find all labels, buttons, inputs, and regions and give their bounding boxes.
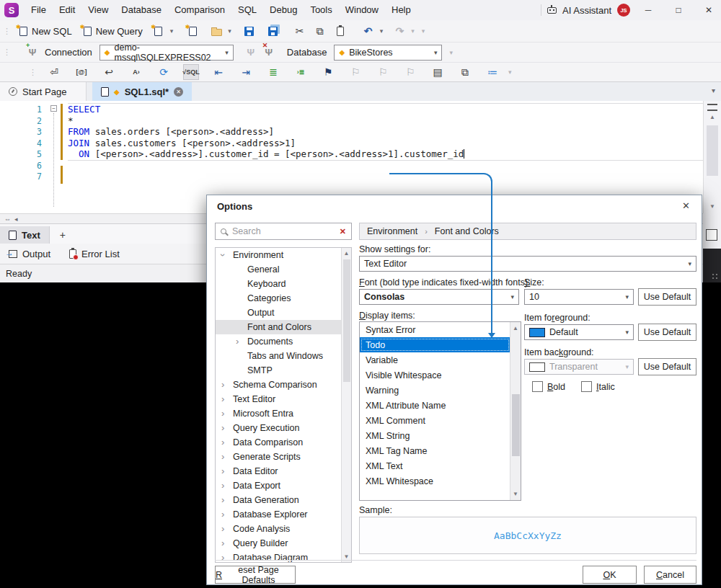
format-profile-icon[interactable]: ⏎ (46, 64, 62, 80)
display-item-xml-string[interactable]: XML String (360, 428, 510, 443)
tab-text[interactable]: Text (0, 226, 50, 244)
connection-overflow-dropdown[interactable]: ▾ (449, 49, 453, 56)
chevron-right-icon[interactable]: › (221, 439, 224, 446)
mention-icon[interactable]: [@] (74, 64, 89, 80)
scroll-up-icon[interactable]: ▲ (510, 325, 521, 331)
scroll-up-icon[interactable]: ▲ (704, 114, 721, 120)
splitter-handle[interactable]: ⇔ (0, 215, 14, 223)
foreground-use-default-button[interactable]: Use Default (638, 324, 696, 341)
panel-square-button[interactable] (706, 229, 717, 241)
new-query-button[interactable]: ✱ New Query (78, 26, 149, 37)
toolbar-grip[interactable]: ⋮ (0, 27, 14, 36)
chevron-right-icon[interactable]: › (221, 424, 224, 432)
tab-list-dropdown[interactable]: ▾ (712, 86, 715, 94)
menu-window[interactable]: Window (339, 0, 385, 20)
ai-assistant-label[interactable]: AI Assistant (562, 5, 611, 16)
scroll-up-icon[interactable]: ▲ (342, 250, 351, 257)
tree-item-data-generation[interactable]: ›Data Generation (216, 493, 342, 507)
item-foreground-select[interactable]: Default ▾ (524, 324, 634, 340)
copy-button[interactable]: ⧉ (312, 23, 328, 39)
chevron-right-icon[interactable]: › (221, 540, 224, 547)
chevron-right-icon[interactable]: › (221, 525, 224, 533)
font-use-default-button[interactable]: Use Default (638, 288, 696, 306)
toolbar-overflow-dropdown[interactable]: ▾ (422, 27, 425, 35)
scroll-down-icon[interactable]: ▼ (510, 491, 521, 497)
chevron-right-icon[interactable]: › (221, 511, 224, 518)
tree-item-microsoft-entra[interactable]: ›Microsoft Entra (216, 406, 342, 421)
options-search-input[interactable]: Search ✕ (215, 223, 352, 240)
display-item-visible-whitespace[interactable]: Visible Whitespace (360, 368, 510, 383)
clear-bookmarks-icon[interactable]: ⚐ (402, 64, 418, 80)
database-select[interactable]: ◆ BikeStores ▾ (334, 45, 442, 61)
disconnect-button[interactable]: Ψ✕ (263, 45, 275, 61)
profile-badge[interactable]: JS (617, 4, 630, 17)
tree-item-general[interactable]: General (216, 262, 342, 277)
chevron-right-icon[interactable]: › (221, 496, 224, 504)
resize-grip[interactable] (712, 273, 719, 280)
tree-item-data-comparison[interactable]: ›Data Comparison (216, 435, 342, 450)
redo-button[interactable]: ↷ (392, 23, 407, 39)
tree-item-code-analysis[interactable]: ›Code Analysis (216, 522, 342, 536)
menu-edit[interactable]: Edit (53, 0, 81, 20)
tree-item-environment[interactable]: ›Environment (216, 248, 342, 262)
italic-checkbox[interactable] (581, 381, 592, 392)
bold-checkbox[interactable] (532, 381, 543, 392)
display-item-todo[interactable]: Todo (360, 337, 510, 352)
tree-item-tabs-and-windows[interactable]: Tabs and Windows (216, 349, 342, 363)
display-item-variable[interactable]: Variable (360, 352, 510, 368)
scrollbar-thumb[interactable] (707, 125, 718, 176)
document-outline-icon[interactable]: ▤ (430, 64, 446, 80)
chevron-right-icon[interactable]: › (236, 338, 239, 345)
editor-vscrollbar[interactable]: ▲ ▼ (703, 101, 721, 213)
tree-item-query-builder[interactable]: ›Query Builder (216, 536, 342, 551)
output-button[interactable]: Output (9, 249, 50, 259)
size-select[interactable]: 10 ▾ (524, 289, 634, 305)
display-item-xml-attribute-name[interactable]: XML Attribute Name (360, 398, 510, 413)
tree-item-text-editor[interactable]: ›Text Editor (216, 392, 342, 406)
tree-item-font-and-colors[interactable]: Font and Colors (216, 320, 342, 334)
splitter-handle[interactable] (707, 104, 717, 111)
open-file-dropdown[interactable]: ▾ (228, 27, 231, 35)
redo-dropdown[interactable]: ▾ (411, 27, 415, 35)
scroll-down-icon[interactable]: ▼ (342, 553, 351, 560)
new-window-button[interactable]: ✱ (151, 23, 167, 39)
scrollbar-thumb[interactable] (512, 394, 520, 456)
decrease-indent-icon[interactable]: ⇤ (211, 64, 226, 80)
dialog-close-icon[interactable]: ✕ (682, 200, 690, 211)
validate-sql-icon[interactable]: √SQL (183, 64, 199, 80)
menu-database[interactable]: Database (115, 0, 168, 20)
menu-debug[interactable]: Debug (263, 0, 304, 20)
new-file-button[interactable]: ✱ (185, 23, 200, 39)
tab-close-icon[interactable]: ✕ (174, 87, 183, 97)
window-layout-icon[interactable]: ⧉ (457, 64, 473, 80)
menu-file[interactable]: File (25, 0, 53, 20)
tab-sql1[interactable]: ◆ SQL1.sql* ✕ (92, 82, 192, 101)
comment-lines-icon[interactable]: ›≣ (293, 64, 309, 80)
chevron-right-icon[interactable]: › (221, 396, 224, 403)
filter-icon[interactable]: ≔ (485, 64, 500, 80)
tree-item-query-execution[interactable]: ›Query Execution (216, 421, 342, 435)
minimize-button[interactable]: ─ (636, 0, 660, 20)
tree-item-data-editor[interactable]: ›Data Editor (216, 464, 342, 478)
tree-item-database-diagram[interactable]: ›Database Diagram (216, 551, 342, 563)
menu-help[interactable]: Help (385, 0, 417, 20)
text-case-icon[interactable]: A› (128, 64, 144, 80)
add-tab-button[interactable]: + (50, 226, 76, 244)
new-connection-button[interactable]: Ψ+ (27, 45, 38, 61)
display-item-warning[interactable]: Warning (360, 383, 510, 398)
ok-button[interactable]: OK (583, 566, 637, 584)
tree-item-documents[interactable]: ›Documents (216, 334, 342, 349)
menu-view[interactable]: View (81, 0, 115, 20)
toolbar-grip[interactable]: ⋮ (0, 48, 14, 57)
tree-item-generate-scripts[interactable]: ›Generate Scripts (216, 450, 342, 464)
tree-item-database-explorer[interactable]: ›Database Explorer (216, 507, 342, 522)
tree-item-keyboard[interactable]: Keyboard (216, 277, 342, 291)
undo-dropdown[interactable]: ▾ (380, 27, 384, 35)
increase-indent-icon[interactable]: ⇥ (238, 64, 254, 80)
scrollbar-thumb[interactable] (343, 259, 350, 382)
item-background-select[interactable]: Transparent ▾ (524, 359, 634, 375)
paste-button[interactable] (332, 23, 348, 39)
scroll-down-icon[interactable]: ▼ (704, 203, 721, 210)
maximize-button[interactable]: □ (666, 0, 691, 20)
undo-button[interactable]: ↶ (360, 23, 376, 39)
